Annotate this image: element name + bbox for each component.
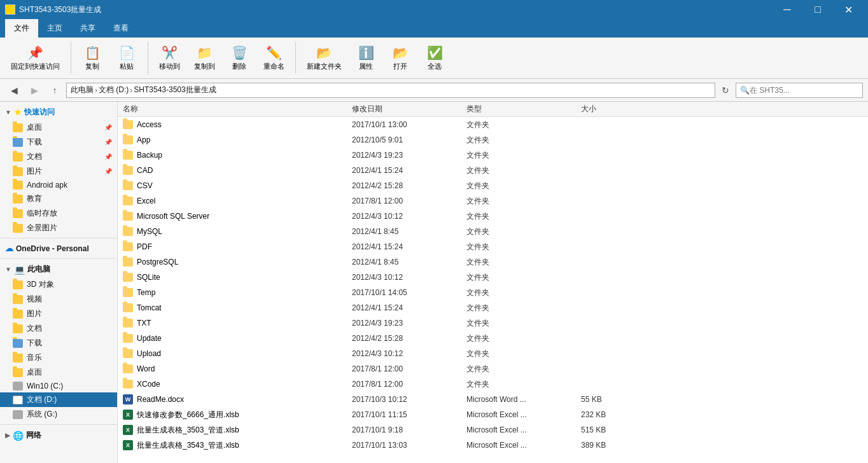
table-row[interactable]: CAD 2012/4/1 15:24 文件夹 — [118, 163, 868, 178]
table-row[interactable]: PostgreSQL 2012/4/1 8:45 文件夹 — [118, 254, 868, 270]
onedrive-header[interactable]: ☁ OneDrive - Personal — [0, 241, 117, 256]
pin-icon[interactable]: 📌 — [104, 168, 112, 175]
table-row[interactable]: Word 2017/8/1 12:00 文件夹 — [118, 361, 868, 377]
col-size[interactable]: 大小 — [578, 104, 642, 114]
sidebar-item-music[interactable]: 音乐 — [0, 350, 117, 365]
sidebar-item-win10c[interactable]: Win10 (C:) — [0, 380, 117, 392]
search-input[interactable] — [750, 86, 858, 95]
sidebar-item-temp[interactable]: 临时存放 — [0, 206, 117, 221]
sidebar-item-label: 临时存放 — [27, 208, 57, 219]
up-button[interactable]: ↑ — [46, 81, 64, 99]
ribbon-rename-btn[interactable]: ✏️ 重命名 — [258, 42, 290, 74]
table-row[interactable]: MySQL 2012/4/1 8:45 文件夹 — [118, 224, 868, 239]
quick-access-header[interactable]: ▼ ★ 快速访问 — [0, 104, 117, 120]
ribbon-pin-btn[interactable]: 📌 固定到快速访问 — [5, 42, 66, 74]
computer-icon: 💻 — [14, 265, 25, 275]
path-folder: SHT3543-3503批量生成 — [134, 85, 216, 95]
col-name[interactable]: 名称 — [120, 104, 349, 114]
file-type: 文件夹 — [464, 303, 578, 314]
table-row[interactable]: App 2012/10/5 9:01 文件夹 — [118, 132, 868, 148]
ribbon-select-label: 全选 — [428, 62, 442, 71]
sidebar-item-sys-g[interactable]: 系统 (G:) — [0, 407, 117, 422]
pin-icon[interactable]: 📌 — [104, 153, 112, 160]
table-row[interactable]: X 快速修改参数_6666_通用.xlsb 2017/10/1 11:15 Mi… — [118, 407, 868, 422]
ribbon-tab-home[interactable]: 主页 — [38, 19, 71, 38]
ribbon-move-btn[interactable]: ✂️ 移动到 — [153, 42, 186, 74]
sidebar-item-3dobjects[interactable]: 3D 对象 — [0, 277, 117, 292]
file-name: PostgreSQL — [120, 258, 349, 266]
ribbon-paste-btn[interactable]: 📄 粘贴 — [111, 42, 143, 74]
back-button[interactable]: ◀ — [5, 81, 23, 99]
thispc-label: 此电脑 — [27, 264, 50, 275]
table-row[interactable]: PDF 2012/4/1 15:24 文件夹 — [118, 239, 868, 254]
sidebar-item-documents[interactable]: 文档 📌 — [0, 149, 117, 164]
folder-icon — [123, 120, 133, 129]
ribbon-select-btn[interactable]: ✅ 全选 — [419, 42, 451, 74]
col-date[interactable]: 修改日期 — [349, 104, 464, 114]
table-row[interactable]: Access 2017/10/1 13:00 文件夹 — [118, 117, 868, 132]
table-row[interactable]: W ReadMe.docx 2017/10/3 10:12 Microsoft … — [118, 392, 868, 407]
folder-icon — [123, 273, 133, 282]
folder-icon — [13, 339, 23, 348]
sidebar-item-downloads2[interactable]: 下载 — [0, 336, 117, 350]
pin-icon[interactable]: 📌 — [104, 139, 112, 146]
table-row[interactable]: Temp 2017/10/1 14:05 文件夹 — [118, 285, 868, 300]
sidebar-item-downloads[interactable]: 下载 📌 — [0, 135, 117, 149]
file-type: 文件夹 — [464, 272, 578, 283]
table-row[interactable]: SQLite 2012/4/3 10:12 文件夹 — [118, 270, 868, 285]
table-row[interactable]: TXT 2012/4/3 19:23 文件夹 — [118, 315, 868, 331]
folder-icon — [123, 380, 133, 389]
table-row[interactable]: Update 2012/4/2 15:28 文件夹 — [118, 331, 868, 346]
drive-icon — [13, 396, 23, 404]
file-name: Tomcat — [120, 303, 349, 312]
table-row[interactable]: X 批量生成表格_3503_管道.xlsb 2017/10/1 9:18 Mic… — [118, 422, 868, 438]
ribbon-open-btn[interactable]: 📂 打开 — [384, 42, 416, 74]
ribbon-delete-btn[interactable]: 🗑️ 删除 — [223, 42, 255, 74]
file-name: App — [120, 135, 349, 144]
sidebar-item-pictures2[interactable]: 图片 — [0, 307, 117, 321]
file-date: 2012/4/3 19:23 — [349, 319, 464, 328]
sidebar-item-panorama[interactable]: 全景图片 — [0, 221, 117, 235]
sidebar-item-docs-d[interactable]: 文档 (D:) — [0, 392, 117, 407]
table-row[interactable]: XCode 2017/8/1 12:00 文件夹 — [118, 377, 868, 392]
table-row[interactable]: Tomcat 2012/4/1 15:24 文件夹 — [118, 300, 868, 315]
network-icon: 🌐 — [13, 431, 24, 441]
minimize-button[interactable]: ─ — [773, 0, 802, 19]
sidebar-divider-2 — [0, 258, 117, 259]
sidebar-item-videos[interactable]: 视频 — [0, 292, 117, 307]
sidebar-item-desktop2[interactable]: 桌面 — [0, 365, 117, 380]
title-bar-buttons: ─ □ ✕ — [773, 0, 863, 19]
address-path[interactable]: 此电脑 › 文档 (D:) › SHT3543-3503批量生成 — [66, 83, 715, 98]
forward-button[interactable]: ▶ — [25, 81, 43, 99]
search-box[interactable]: 🔍 — [736, 83, 863, 98]
sidebar-item-desktop[interactable]: 桌面 📌 — [0, 120, 117, 135]
network-header[interactable]: ▶ 🌐 网络 — [0, 427, 117, 443]
ribbon-tabs: 文件 主页 共享 查看 — [0, 19, 868, 38]
folder-icon — [123, 242, 133, 251]
ribbon-prop-btn[interactable]: ℹ️ 属性 — [350, 42, 382, 74]
sidebar-item-edu[interactable]: 教育 — [0, 191, 117, 206]
table-row[interactable]: Excel 2017/8/1 12:00 文件夹 — [118, 193, 868, 209]
thispc-header[interactable]: ▼ 💻 此电脑 — [0, 261, 117, 277]
sidebar-item-pictures[interactable]: 图片 📌 — [0, 164, 117, 179]
sidebar-item-android[interactable]: Android apk — [0, 179, 117, 191]
file-date: 2012/4/1 15:24 — [349, 166, 464, 175]
table-row[interactable]: Upload 2012/4/3 10:12 文件夹 — [118, 346, 868, 361]
folder-icon — [123, 319, 133, 328]
ribbon-copyto-btn[interactable]: 📁 复制到 — [188, 42, 221, 74]
table-row[interactable]: X 批量生成表格_3543_管道.xlsb 2017/10/1 13:03 Mi… — [118, 438, 868, 453]
ribbon-copy-btn[interactable]: 📋 复制 — [76, 42, 108, 74]
ribbon-newfolder-btn[interactable]: 📂 新建文件夹 — [301, 42, 347, 74]
maximize-button[interactable]: □ — [803, 0, 832, 19]
table-row[interactable]: Backup 2012/4/3 19:23 文件夹 — [118, 148, 868, 163]
table-row[interactable]: CSV 2012/4/2 15:28 文件夹 — [118, 178, 868, 193]
ribbon-tab-share[interactable]: 共享 — [71, 19, 104, 38]
sidebar-item-documents2[interactable]: 文档 — [0, 321, 117, 336]
pin-icon[interactable]: 📌 — [104, 124, 112, 131]
refresh-button[interactable]: ↻ — [718, 83, 733, 98]
ribbon-tab-view[interactable]: 查看 — [104, 19, 137, 38]
col-type[interactable]: 类型 — [464, 104, 578, 114]
table-row[interactable]: Microsoft SQL Server 2012/4/3 10:12 文件夹 — [118, 209, 868, 224]
ribbon-tab-file[interactable]: 文件 — [5, 19, 38, 38]
close-button[interactable]: ✕ — [834, 0, 863, 19]
